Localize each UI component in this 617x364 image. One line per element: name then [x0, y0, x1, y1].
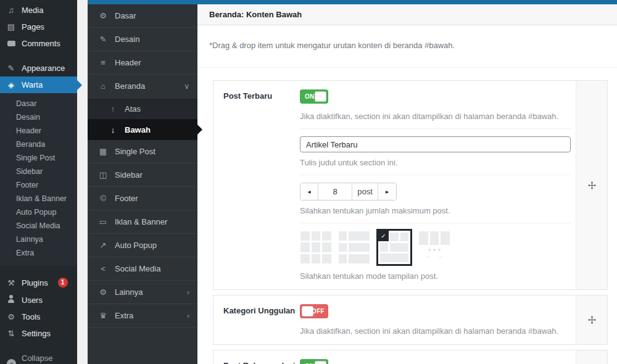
panel-item-desain[interactable]: ✎ Desain [88, 28, 197, 51]
section-label: Post Rekomendasi *Menampilkan post secar… [213, 350, 300, 364]
submenu-item-lainnya[interactable]: Lainnya [0, 233, 77, 246]
panel-item-label: Atas [125, 104, 141, 114]
section-label: Post Terbaru [213, 81, 300, 289]
columns-icon: ◫ [98, 170, 108, 180]
chevron-right-icon: › [187, 312, 189, 320]
sidebar-item-appearance[interactable]: ✎ Appearance [0, 60, 77, 77]
panel-item-label: Single Post [115, 147, 155, 156]
submenu-item-dasar[interactable]: Dasar [0, 97, 77, 110]
panel-item-extra[interactable]: ♛ Extra › [88, 304, 197, 328]
post-icon: ▦ [98, 147, 108, 156]
submenu-item-extra[interactable]: Extra [0, 246, 77, 260]
panel-item-dasar[interactable]: ⚙ Dasar [88, 4, 197, 28]
drag-drop-hint: *Drag & drop item untuk mengatur urutan … [197, 25, 617, 68]
panel-item-lainnya[interactable]: ⚙ Lainnya › [88, 281, 197, 304]
media-icon: ♫ [6, 6, 16, 15]
panel-item-iklan-banner[interactable]: ▭ Iklan & Banner [88, 210, 197, 234]
section-card-post-terbaru: Post Terbaru ON Jika diaktifkan, section… [213, 80, 608, 290]
panel-item-label: Social Media [115, 264, 160, 273]
title-help-text: Tulis judul untuk section ini. [300, 158, 571, 167]
mode-option-grid[interactable] [300, 231, 332, 264]
submenu-item-beranda[interactable]: Beranda [0, 138, 77, 151]
toggle-state-label: OFF [312, 304, 325, 318]
appearance-icon: ✎ [6, 64, 16, 73]
page-title: Beranda: Konten Bawah [197, 4, 617, 25]
comments-icon [6, 39, 16, 48]
panel-item-sidebar[interactable]: ◫ Sidebar [88, 163, 197, 187]
panel-item-bawah[interactable]: ↓ Bawah [88, 119, 197, 140]
count-help-text: Silahkan tentukan jumlah maksimum post. [300, 206, 571, 215]
copyright-icon: © [98, 194, 108, 203]
external-link-icon: ↗ [98, 241, 108, 250]
drag-handle[interactable] [576, 350, 607, 364]
collapse-menu-button[interactable]: ◂ Collapse menu [0, 350, 77, 364]
panel-item-label: Dasar [115, 11, 136, 20]
submenu-item-desain[interactable]: Desain [0, 110, 77, 124]
panel-item-label: Sidebar [115, 170, 143, 180]
warta-options-nav: ⚙ Dasar ✎ Desain ≡ Header ⌂ Beranda ∨ ↑ … [88, 4, 197, 364]
panel-item-footer[interactable]: © Footer [88, 187, 197, 210]
check-icon: ✓ [378, 231, 389, 241]
arrow-up-icon: ↑ [108, 104, 118, 114]
stepper-increment-button[interactable]: ▸ [378, 183, 396, 200]
move-icon [588, 181, 596, 189]
stepper-value[interactable]: 8 [318, 183, 352, 200]
panel-item-social-media[interactable]: < Social Media [88, 257, 197, 281]
panel-item-atas[interactable]: ↑ Atas [88, 98, 197, 119]
sidebar-item-settings[interactable]: ⇅ Settings [0, 325, 77, 342]
sidebar-item-label: Warta [22, 80, 43, 89]
mode-help-text: Silahkan tentukan mode tampilan post. [300, 271, 571, 281]
sidebar-item-media[interactable]: ♫ Media [0, 2, 77, 19]
sidebar-item-label: Users [22, 296, 43, 305]
users-icon [6, 295, 16, 305]
mode-option-mixed-selected[interactable]: ✓ [376, 229, 412, 266]
submenu-item-footer[interactable]: Footer [0, 178, 77, 192]
share-icon: < [98, 264, 108, 273]
chevron-down-icon: ∨ [184, 82, 189, 91]
kategori-unggulan-toggle[interactable]: OFF [300, 304, 328, 318]
post-rekomendasi-toggle[interactable]: ON [300, 359, 328, 364]
sidebar-item-plugins[interactable]: ⚒ Plugins 1 [0, 274, 77, 291]
stepper-decrement-button[interactable]: ◂ [300, 183, 318, 200]
mode-option-list[interactable] [338, 231, 370, 264]
collapse-icon: ◂ [6, 358, 16, 364]
sidebar-item-label: Plugins [22, 278, 48, 287]
section-title-input[interactable] [300, 136, 571, 152]
sidebar-item-comments[interactable]: Comments [0, 35, 77, 52]
panel-item-label: Lainnya [115, 287, 143, 297]
post-count-stepper: ◂ 8 post ▸ [300, 183, 397, 201]
toggle-state-label: ON [305, 359, 315, 364]
panel-item-auto-popup[interactable]: ↗ Auto Popup [88, 234, 197, 257]
sidebar-item-label: Comments [22, 39, 60, 48]
submenu-item-auto-popup[interactable]: Auto Popup [0, 205, 77, 219]
admin-sidebar: ♫ Media ▤ Pages Comments ✎ Appearance ◈ … [0, 0, 77, 364]
warta-submenu: Dasar Desain Header Beranda Single Post … [0, 93, 77, 266]
panel-item-label: Header [115, 58, 141, 67]
submenu-item-social-media[interactable]: Social Media [0, 219, 77, 233]
slider-arrow-left-icon: ← [425, 252, 432, 259]
sidebar-item-users[interactable]: Users [0, 291, 77, 308]
section-card-kategori-unggulan: Kategori Unggulan OFF Jika diaktifkan, s… [213, 295, 608, 345]
panel-item-single-post[interactable]: ▦ Single Post [88, 140, 197, 163]
gear-icon: ⚙ [98, 11, 108, 20]
section-card-post-rekomendasi: Post Rekomendasi *Menampilkan post secar… [213, 350, 608, 364]
panel-item-beranda[interactable]: ⌂ Beranda ∨ [88, 75, 197, 98]
sidebar-item-pages[interactable]: ▤ Pages [0, 19, 77, 35]
submenu-item-single-post[interactable]: Single Post [0, 151, 77, 165]
toggle-state-label: ON [305, 89, 315, 104]
submenu-item-iklan-banner[interactable]: Iklan & Banner [0, 192, 77, 205]
submenu-item-sidebar[interactable]: Sidebar [0, 165, 77, 178]
drag-handle[interactable] [576, 296, 607, 344]
panel-item-label: Auto Popup [115, 241, 157, 250]
sidebar-item-tools[interactable]: ⚙ Tools [0, 308, 77, 325]
submenu-item-header[interactable]: Header [0, 124, 77, 138]
sidebar-item-warta[interactable]: ◈ Warta [0, 77, 77, 93]
panel-item-header[interactable]: ≡ Header [88, 51, 197, 75]
pages-icon: ▤ [6, 22, 16, 31]
drag-handle[interactable] [576, 81, 607, 289]
mode-option-slider[interactable]: ← → [418, 231, 450, 264]
plugins-count-badge: 1 [58, 278, 68, 287]
settings-icon: ⇅ [6, 329, 16, 338]
post-terbaru-toggle[interactable]: ON [300, 89, 328, 104]
arrow-down-icon: ↓ [108, 125, 118, 134]
